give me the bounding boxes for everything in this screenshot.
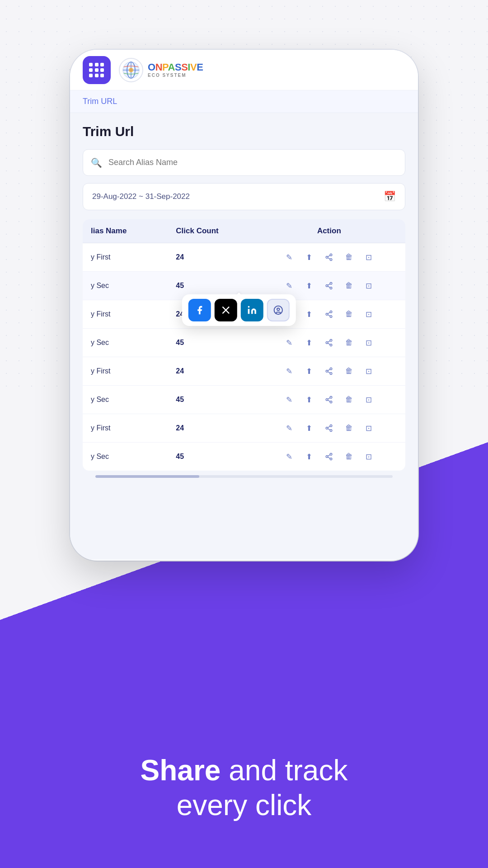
svg-point-19: [277, 308, 280, 311]
cell-alias: y Sec: [91, 396, 176, 404]
edit-button[interactable]: ✎: [282, 250, 297, 265]
svg-point-4: [129, 68, 133, 72]
cell-count: 45: [176, 453, 261, 461]
share-button[interactable]: [321, 250, 337, 265]
boost-button[interactable]: ⬆: [301, 449, 317, 464]
delete-button[interactable]: 🗑: [341, 278, 357, 293]
boost-button[interactable]: ⬆: [301, 363, 317, 379]
cell-alias: y First: [91, 367, 176, 375]
bottom-line2-text: every click: [177, 789, 312, 821]
boost-button[interactable]: ⬆: [301, 307, 317, 322]
search-icon: 🔍: [91, 157, 102, 168]
svg-line-28: [328, 343, 330, 344]
qr-button[interactable]: ⊡: [361, 307, 376, 322]
bottom-regular-text: and track: [229, 754, 347, 787]
edit-button[interactable]: ✎: [282, 278, 297, 293]
facebook-share-button[interactable]: [188, 299, 211, 321]
svg-line-34: [328, 369, 330, 371]
table-row: y First 24 ✎ ⬆ 🗑 ⊡: [83, 357, 405, 386]
logo-text: ONPASSIVE ECO SYSTEM: [148, 62, 203, 78]
calendar-icon: 📅: [384, 191, 396, 203]
link-share-button[interactable]: [267, 299, 290, 321]
edit-button[interactable]: ✎: [282, 335, 297, 350]
share-button[interactable]: [321, 307, 337, 322]
twitter-share-button[interactable]: [215, 299, 237, 321]
svg-line-9: [328, 255, 330, 257]
table-row: y Sec 45 ✎ ⬆ 🗑 ⊡: [83, 329, 405, 357]
logo-circle: [119, 58, 143, 82]
boost-button[interactable]: ⬆: [301, 420, 317, 436]
qr-button[interactable]: ⊡: [361, 278, 376, 293]
share-button[interactable]: [321, 278, 337, 293]
svg-line-33: [328, 372, 330, 373]
action-buttons: ✎ ⬆ 🗑 ⊡: [261, 392, 397, 407]
cell-count: 24: [176, 424, 261, 432]
boost-button[interactable]: ⬆: [301, 250, 317, 265]
table-row: y Sec 45 ✎ ⬆ 🗑 ⊡: [83, 443, 405, 471]
cell-alias: y First: [91, 310, 176, 318]
delete-button[interactable]: 🗑: [341, 392, 357, 407]
table-row: y Sec 45 ✎ ⬆ 🗑 ⊡: [83, 386, 405, 414]
qr-button[interactable]: ⊡: [361, 449, 376, 464]
edit-button[interactable]: ✎: [282, 449, 297, 464]
logo-area: ONPASSIVE ECO SYSTEM: [119, 58, 203, 82]
col-click-count: Click Count: [176, 226, 261, 236]
share-button[interactable]: [321, 335, 337, 350]
linkedin-share-button[interactable]: [241, 299, 263, 321]
svg-line-48: [328, 457, 330, 458]
table-header: lias Name Click Count Action: [83, 219, 405, 243]
action-buttons: ✎ ⬆ 🗑 ⊡: [261, 449, 397, 464]
scroll-indicator: [95, 475, 393, 478]
app-icon-grid: [89, 63, 104, 77]
delete-button[interactable]: 🗑: [341, 420, 357, 436]
page-title: Trim Url: [83, 124, 405, 139]
qr-button[interactable]: ⊡: [361, 392, 376, 407]
cell-alias: y Sec: [91, 282, 176, 290]
svg-line-39: [328, 398, 330, 399]
qr-button[interactable]: ⊡: [361, 420, 376, 436]
svg-line-38: [328, 400, 330, 401]
boost-button[interactable]: ⬆: [301, 335, 317, 350]
cell-count: 24: [176, 367, 261, 375]
svg-line-23: [328, 315, 330, 316]
table-row: y First 24 ✎ ⬆ 🗑 ⊡: [83, 414, 405, 443]
cell-count: 45: [176, 339, 261, 347]
svg-line-29: [328, 341, 330, 342]
delete-button[interactable]: 🗑: [341, 250, 357, 265]
share-button[interactable]: [321, 449, 337, 464]
qr-button[interactable]: ⊡: [361, 363, 376, 379]
delete-button[interactable]: 🗑: [341, 363, 357, 379]
phone-mockup: ONPASSIVE ECO SYSTEM Trim URL Trim Url 🔍…: [70, 50, 418, 561]
cell-alias: y Sec: [91, 339, 176, 347]
qr-button[interactable]: ⊡: [361, 250, 376, 265]
delete-button[interactable]: 🗑: [341, 307, 357, 322]
boost-button[interactable]: ⬆: [301, 392, 317, 407]
logo-globe-svg: [122, 61, 140, 79]
col-alias-name: lias Name: [91, 226, 176, 236]
action-buttons: ✎ ⬆ 🗑 ⊡: [261, 420, 397, 436]
boost-button[interactable]: ⬆: [301, 278, 317, 293]
edit-button[interactable]: ✎: [282, 392, 297, 407]
edit-button[interactable]: ✎: [282, 363, 297, 379]
delete-button[interactable]: 🗑: [341, 335, 357, 350]
share-button[interactable]: [321, 420, 337, 436]
bottom-text: Share and track every click: [0, 753, 488, 823]
svg-line-8: [328, 258, 330, 259]
date-range-picker[interactable]: 29-Aug-2022 ~ 31-Sep-2022 📅: [83, 183, 405, 210]
table-row: y First 24 ✎ ⬆ 🗑 ⊡: [83, 243, 405, 272]
social-share-popup: [182, 294, 296, 326]
app-icon[interactable]: [83, 56, 111, 84]
edit-button[interactable]: ✎: [282, 420, 297, 436]
delete-button[interactable]: 🗑: [341, 449, 357, 464]
cell-count: 24: [176, 253, 261, 261]
col-action: Action: [261, 226, 397, 236]
svg-line-49: [328, 455, 330, 456]
svg-line-44: [328, 426, 330, 428]
bottom-bold-text: Share: [141, 754, 221, 787]
scroll-bar: [95, 475, 199, 478]
share-button[interactable]: [321, 392, 337, 407]
search-input[interactable]: [83, 149, 405, 176]
share-button[interactable]: [321, 363, 337, 379]
cell-alias: y Sec: [91, 453, 176, 461]
qr-button[interactable]: ⊡: [361, 335, 376, 350]
